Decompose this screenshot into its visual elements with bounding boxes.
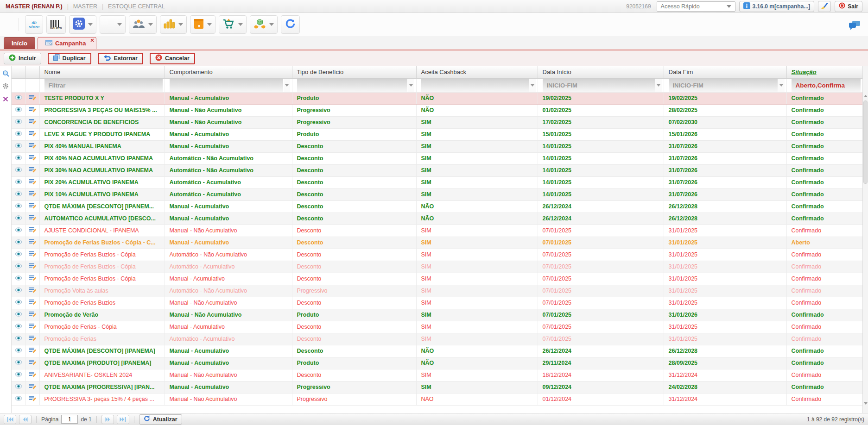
- view-eye-icon[interactable]: [15, 312, 22, 318]
- atualizar-button[interactable]: Atualizar: [139, 414, 182, 425]
- last-page-button[interactable]: [117, 415, 129, 424]
- edit-icon[interactable]: [29, 336, 36, 343]
- edit-icon[interactable]: [29, 156, 36, 162]
- close-icon[interactable]: [90, 38, 94, 42]
- chevron-down-icon[interactable]: [529, 79, 536, 92]
- edit-icon[interactable]: [29, 216, 36, 222]
- edit-icon[interactable]: [29, 312, 36, 319]
- table-row[interactable]: Promoção de Verão Manual - Não Acumulati…: [12, 309, 862, 321]
- table-row[interactable]: QTDE MÁXIMA [DESCONTO] [IPANEMA] Manual …: [12, 345, 862, 357]
- table-row[interactable]: Promoção Volta às aulas Automático - Não…: [12, 285, 862, 297]
- edit-icon[interactable]: [29, 131, 36, 138]
- edit-icon[interactable]: [29, 264, 36, 270]
- edit-icon[interactable]: [29, 348, 36, 355]
- situacao-filter-input[interactable]: Aberto,Confirma: [792, 79, 861, 92]
- previous-page-button[interactable]: [19, 415, 32, 424]
- toolbar-stock-button[interactable]: [250, 15, 278, 34]
- page-number-input[interactable]: [61, 415, 78, 424]
- edit-icon[interactable]: [29, 107, 36, 114]
- view-eye-icon[interactable]: [15, 384, 22, 390]
- view-eye-icon[interactable]: [15, 131, 22, 138]
- table-row[interactable]: PIX 20% ACUMULATIVO IPANEMA Automático -…: [12, 176, 862, 188]
- incluir-button[interactable]: Incluir: [4, 53, 41, 64]
- view-eye-icon[interactable]: [15, 203, 22, 210]
- edit-icon[interactable]: [29, 95, 36, 102]
- view-eye-icon[interactable]: [15, 348, 22, 354]
- view-eye-icon[interactable]: [15, 263, 22, 270]
- table-row[interactable]: PIX 30% NAO ACUMULATIVO IPANEMA Automáti…: [12, 164, 862, 176]
- edit-icon[interactable]: [29, 372, 36, 379]
- table-row[interactable]: QTDE MAXIMA [PRODUTO] [IPANEMA] Manual -…: [12, 357, 862, 369]
- chevron-down-icon[interactable]: [283, 79, 290, 92]
- edit-icon[interactable]: [29, 168, 36, 174]
- table-row[interactable]: QTDE MAXIMA [PROGRESSIVA] [IPAN... Manua…: [12, 381, 862, 393]
- tipo-filter-select[interactable]: [297, 79, 414, 92]
- table-row[interactable]: Promoção de Ferias Buzios - Cópia Manual…: [12, 273, 862, 285]
- scroll-down-icon[interactable]: [864, 402, 868, 405]
- table-row[interactable]: Promoção de Ferias Buzios - Cópia Automá…: [12, 249, 862, 261]
- cashback-filter-select[interactable]: [421, 79, 536, 92]
- table-row[interactable]: TESTE PRODUTO X Y Manual - Acumulativo P…: [12, 92, 862, 104]
- table-row[interactable]: Promoção de Ferias Buzios - Cópia - C...…: [12, 237, 862, 249]
- menu-estoque-central[interactable]: ESTOQUE CENTRAL: [108, 3, 165, 10]
- filter-settings-gear-icon[interactable]: [2, 83, 9, 91]
- chevron-down-icon[interactable]: [88, 23, 93, 26]
- header-nome[interactable]: Nome: [39, 66, 165, 78]
- tab-inicio[interactable]: Início: [4, 37, 35, 49]
- edit-icon[interactable]: [29, 240, 36, 246]
- chevron-down-icon[interactable]: [178, 23, 183, 26]
- view-eye-icon[interactable]: [15, 239, 22, 246]
- table-row[interactable]: Promoção de Ferias - Cópia Manual - Acum…: [12, 321, 862, 333]
- edit-icon[interactable]: [29, 360, 36, 367]
- header-data-fim[interactable]: Data Fim: [664, 66, 786, 78]
- logout-button[interactable]: Sair: [835, 1, 862, 12]
- edit-icon[interactable]: [29, 144, 36, 150]
- table-row[interactable]: CONCORRENCIA DE BENEFICIOS Manual - Não …: [12, 116, 862, 128]
- data-fim-filter-input[interactable]: INICIO-FIM: [669, 79, 785, 92]
- table-row[interactable]: PIX 40% MANUAL IPANEMA Manual - Acumulat…: [12, 140, 862, 152]
- toolbar-settings-button[interactable]: [69, 15, 96, 34]
- view-eye-icon[interactable]: [15, 191, 22, 198]
- chevron-down-icon[interactable]: [207, 23, 212, 26]
- toolbar-finance-button[interactable]: [160, 15, 187, 34]
- edit-icon[interactable]: [29, 384, 36, 391]
- chevron-down-icon[interactable]: [778, 79, 785, 92]
- cancelar-button[interactable]: Cancelar: [150, 53, 195, 64]
- view-eye-icon[interactable]: [15, 275, 22, 282]
- header-data-inicio[interactable]: Data Início: [538, 66, 664, 78]
- clear-filter-icon[interactable]: [3, 95, 8, 104]
- toolbar-products-button[interactable]: [190, 15, 215, 34]
- table-row[interactable]: LEVE X PAGUE Y PRODUTO IPANEMA Manual - …: [12, 128, 862, 140]
- table-row[interactable]: Promoção de Ferias Buzios Manual - Não A…: [12, 297, 862, 309]
- table-row[interactable]: Promoção de Ferias Buzios - Cópia Automá…: [12, 261, 862, 273]
- edit-icon[interactable]: [29, 119, 36, 126]
- data-inicio-filter-input[interactable]: INICIO-FIM: [543, 79, 662, 92]
- toolbar-sync-button[interactable]: [281, 15, 300, 34]
- comportamento-filter-select[interactable]: [170, 79, 290, 92]
- view-eye-icon[interactable]: [15, 360, 22, 366]
- table-row[interactable]: PIX 10% ACUMULATIVO IPANEMA Automático -…: [12, 188, 862, 200]
- view-eye-icon[interactable]: [15, 143, 22, 150]
- chat-button[interactable]: [849, 20, 861, 32]
- header-situacao[interactable]: Situação: [786, 66, 862, 78]
- edit-icon[interactable]: [29, 300, 36, 306]
- table-row[interactable]: ANIVESARIANTE- OSKLEN 2024 Manual - Não …: [12, 369, 862, 381]
- table-row[interactable]: QTDE MÁXIMA [DESCONTO] [IPANEM... Manual…: [12, 200, 862, 212]
- edit-icon[interactable]: [29, 180, 36, 186]
- table-row[interactable]: AUTOMATICO ACUMULATIVO [DESCO... Manual …: [12, 212, 862, 225]
- chevron-down-icon[interactable]: [238, 23, 243, 26]
- edit-icon[interactable]: [29, 276, 36, 282]
- search-icon[interactable]: [2, 70, 9, 79]
- view-eye-icon[interactable]: [15, 336, 22, 342]
- nome-filter-input[interactable]: Filtrar: [44, 79, 163, 92]
- chevron-down-icon[interactable]: [407, 79, 414, 92]
- view-eye-icon[interactable]: [15, 215, 22, 222]
- edit-icon[interactable]: [29, 192, 36, 198]
- toolbar-people-button[interactable]: [129, 15, 157, 34]
- table-row[interactable]: AJUSTE CONDICIONAL - IPANEMA Manual - Nã…: [12, 225, 862, 237]
- edit-icon[interactable]: [29, 324, 36, 331]
- header-aceita-cashback[interactable]: Aceita Cashback: [416, 66, 538, 78]
- view-eye-icon[interactable]: [15, 155, 22, 162]
- quick-access-select[interactable]: Acesso Rápido: [657, 1, 735, 12]
- view-eye-icon[interactable]: [15, 372, 22, 378]
